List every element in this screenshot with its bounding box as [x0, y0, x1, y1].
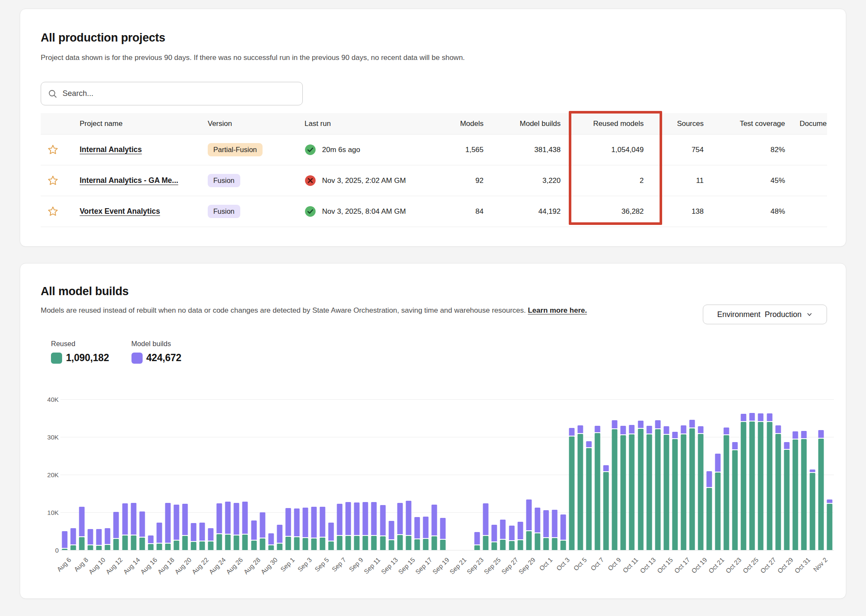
- project-row-3[interactable]: Vortex Event AnalyticsFusionNov 3, 2025,…: [41, 196, 827, 227]
- bar-reused-oct-5: [578, 434, 583, 550]
- x-tick-aug-30: Aug 30: [259, 556, 279, 576]
- projects-table-header: Project name Version Last run Models Mod…: [41, 113, 827, 135]
- bar-builds-sep-13: [388, 521, 394, 539]
- bar-reused-aug-12: [113, 539, 119, 550]
- last-run-cell: 20m 6s ago: [283, 144, 433, 155]
- projects-table: Project name Version Last run Models Mod…: [41, 113, 827, 227]
- header-version: Version: [193, 120, 283, 128]
- bar-reused-sep-3: [302, 538, 308, 550]
- test-coverage-cell: 48%: [704, 207, 785, 216]
- bar-builds-aug-23: [208, 528, 214, 541]
- bar-builds-aug-14: [131, 503, 136, 535]
- x-tick-sep-15: Sep 15: [397, 556, 416, 576]
- chevron-down-icon: [806, 311, 813, 318]
- bar-builds-oct-7: [595, 426, 600, 432]
- favorite-star-button[interactable]: [41, 175, 65, 186]
- y-tick-40K: 40K: [47, 396, 59, 403]
- bar-reused-aug-11: [105, 545, 110, 550]
- bar-builds-aug-15: [139, 511, 145, 537]
- bar-reused-oct-10: [621, 435, 626, 550]
- bar-builds-sep-16: [414, 517, 420, 538]
- bar-builds-sep-12: [380, 505, 385, 535]
- favorite-star-button[interactable]: [41, 144, 65, 155]
- bar-builds-oct-16: [672, 432, 678, 438]
- sources-cell: 138: [644, 207, 704, 216]
- x-tick-sep-27: Sep 27: [500, 556, 520, 576]
- bar-builds-nov-2: [818, 430, 824, 438]
- bar-builds-aug-25: [225, 502, 231, 534]
- bar-reused-oct-1: [543, 538, 549, 550]
- x-tick-oct-7: Oct 7: [589, 556, 605, 572]
- version-badge: Fusion: [208, 205, 240, 218]
- y-tick-30K: 30K: [47, 434, 59, 441]
- bar-builds-oct-25: [750, 413, 755, 421]
- bar-builds-oct-29: [784, 442, 789, 449]
- bar-builds-sep-6: [328, 523, 334, 540]
- version-badge: Fusion: [208, 174, 240, 187]
- bar-reused-aug-30: [268, 545, 274, 550]
- project-name-cell: Internal Analytics: [65, 145, 193, 154]
- bar-builds-oct-17: [681, 425, 686, 433]
- bar-builds-aug-28: [251, 520, 257, 540]
- learn-more-link[interactable]: Learn more here.: [528, 306, 587, 314]
- x-tick-aug-10: Aug 10: [87, 556, 107, 576]
- reused-models-cell: 1,054,049: [561, 146, 644, 154]
- x-tick-sep-11: Sep 11: [363, 556, 382, 575]
- bar-reused-aug-13: [122, 535, 128, 550]
- bar-builds-oct-2: [552, 510, 557, 537]
- last-run-text: 20m 6s ago: [322, 146, 360, 154]
- x-tick-oct-1: Oct 1: [538, 556, 553, 572]
- x-tick-sep-1: Sep 1: [279, 556, 296, 573]
- bar-reused-aug-22: [200, 541, 205, 550]
- version-badge: Partial-Fusion: [208, 143, 263, 156]
- bar-reused-oct-12: [638, 429, 643, 550]
- version-cell: Partial-Fusion: [193, 143, 283, 156]
- favorite-star-button[interactable]: [41, 206, 65, 217]
- bar-builds-oct-22: [724, 428, 729, 435]
- bar-builds-aug-16: [148, 535, 153, 543]
- x-tick-oct-15: Oct 15: [655, 556, 674, 574]
- search-box[interactable]: [41, 82, 303, 105]
- header-models: Models: [433, 120, 484, 128]
- project-name-link[interactable]: Internal Analytics - GA Me...: [80, 176, 178, 185]
- bar-reused-sep-13: [388, 540, 394, 550]
- project-row-1[interactable]: Internal AnalyticsPartial-Fusion20m 6s a…: [41, 135, 827, 165]
- bar-reused-sep-7: [337, 536, 343, 550]
- bar-builds-sep-27: [509, 526, 514, 540]
- bar-builds-aug-12: [113, 512, 119, 538]
- x-tick-sep-7: Sep 7: [330, 556, 347, 573]
- version-cell: Fusion: [193, 174, 283, 187]
- projects-subtitle: Project data shown is for the previous 9…: [41, 54, 465, 62]
- x-tick-aug-16: Aug 16: [139, 556, 158, 576]
- project-row-2[interactable]: Internal Analytics - GA Me...FusionNov 3…: [41, 165, 827, 196]
- bar-reused-sep-5: [320, 538, 325, 550]
- bar-builds-aug-10: [96, 529, 102, 545]
- bar-reused-oct-31: [801, 439, 806, 550]
- search-input[interactable]: [63, 89, 296, 98]
- project-name-link[interactable]: Vortex Event Analytics: [80, 207, 160, 215]
- legend-model-builds-swatch: [131, 353, 143, 364]
- run-error-icon: [305, 175, 316, 186]
- bar-reused-oct-18: [689, 428, 695, 550]
- environment-selector[interactable]: Environment Production: [703, 305, 827, 324]
- bar-builds-sep-24: [483, 503, 489, 535]
- x-tick-oct-21: Oct 21: [707, 556, 726, 574]
- bar-reused-oct-11: [629, 434, 635, 550]
- bar-builds-aug-11: [105, 528, 110, 544]
- last-run-text: Nov 3, 2025, 2:02 AM GM: [322, 176, 406, 185]
- bar-reused-aug-26: [234, 535, 239, 550]
- bar-builds-oct-19: [698, 426, 703, 433]
- bar-reused-nov-3: [827, 504, 832, 550]
- project-name-link[interactable]: Internal Analytics: [80, 145, 142, 154]
- bar-builds-oct-20: [707, 471, 712, 487]
- bar-builds-aug-20: [182, 504, 188, 535]
- x-tick-oct-27: Oct 27: [758, 556, 777, 574]
- model-builds-cell: 3,220: [484, 176, 561, 185]
- bar-builds-sep-17: [423, 517, 428, 538]
- bar-reused-oct-14: [655, 429, 660, 550]
- x-tick-oct-19: Oct 19: [690, 556, 708, 574]
- x-tick-sep-13: Sep 13: [379, 556, 399, 576]
- x-tick-oct-31: Oct 31: [793, 556, 812, 574]
- legend-model-builds-label: Model builds: [131, 340, 182, 348]
- y-tick-20K: 20K: [47, 471, 59, 478]
